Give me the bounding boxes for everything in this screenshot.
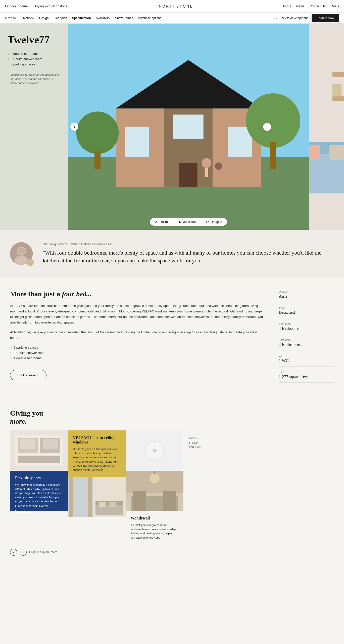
section-title-italic: four bed... [62, 290, 91, 298]
wondrwall-title: Wondrwall [131, 516, 178, 520]
sub-nav: Move to: Overview Design Floor plan Spec… [0, 13, 344, 24]
hero-main-image: ‹ › ⟳ 360 Tour | ▶ Video Tour | 1 / 8 im… [68, 24, 309, 230]
svg-rect-15 [205, 168, 208, 177]
giving-title: Giving you more. [10, 409, 334, 425]
nav-availability[interactable]: Availability [96, 16, 110, 20]
svg-rect-46 [88, 477, 92, 517]
quote-attribution: Our design director, Richard O'Brien des… [43, 243, 334, 246]
find-home-link[interactable]: Find your home [5, 4, 28, 8]
enquire-button[interactable]: Enquire Now [312, 14, 339, 22]
cards-prev-button[interactable]: ‹ [10, 549, 17, 556]
giving-section: Giving you more. Flexible spaces We know [0, 399, 344, 568]
flexible-spaces-card: Flexible spaces We know that everybody's… [10, 471, 68, 511]
feature-bedrooms-2: 4 double bedrooms [10, 356, 264, 360]
brand-logo: NORTHSTONE [159, 4, 193, 8]
hero-prev-button[interactable]: ‹ [70, 123, 78, 131]
tour-divider: | [174, 220, 175, 224]
spec-type-value: Detached [279, 310, 334, 315]
hero-section: Twelve77 4 double bedrooms En-suite show… [0, 24, 344, 230]
spec-size-label: Size [279, 371, 334, 374]
svg-point-34 [18, 248, 25, 255]
hero-next-button[interactable]: › [263, 123, 271, 131]
nav-floorplan[interactable]: Floor plan [54, 16, 67, 20]
wondrwall-text: An intelligent integrated home assistant… [131, 523, 178, 540]
tour-360-label: 360 Tour [159, 220, 170, 224]
spec-size-value: 1,277 square feet [279, 374, 334, 379]
hero-note: Images are for illustrative purposes and… [8, 73, 60, 85]
svg-point-16 [215, 163, 222, 170]
spec-wc-label: WC [279, 354, 334, 357]
top-nav-right: About News Contact Us Reels [283, 4, 339, 8]
about-link[interactable]: About [283, 4, 291, 8]
side-img-svg [309, 24, 344, 230]
quote-text: "With four double bedrooms, there's plen… [43, 249, 334, 265]
spec-bathroom-value: 2 Bathrooms [279, 342, 334, 347]
spec-bedrooms-value: 4 Bedrooms [279, 326, 334, 331]
tour-360[interactable]: ⟳ 360 Tour [155, 220, 170, 224]
cards-container: Flexible spaces We know that everybody's… [10, 430, 334, 545]
quote-section: ❝ Our design director, Richard O'Brien d… [0, 230, 344, 277]
svg-rect-39 [18, 456, 60, 463]
nav-purchase[interactable]: Purchase options [138, 16, 161, 20]
nav-showhomes[interactable]: Show Homes [115, 16, 133, 20]
velfac-yellow-card: VELFAC floor-to-ceiling windows Our trip… [68, 430, 126, 477]
spec-type: Type Detached [279, 306, 334, 318]
nav-design[interactable]: Design [39, 16, 48, 20]
svg-point-14 [202, 158, 212, 168]
svg-rect-17 [217, 170, 220, 177]
sub-nav-right: ← Back to development Enquire Now [276, 14, 339, 22]
back-to-dev-link[interactable]: ← Back to development [276, 16, 308, 20]
quote-badge: ❝ [27, 259, 34, 266]
card-velfac: VELFAC floor-to-ceiling windows Our trip… [68, 430, 126, 545]
video-tour[interactable]: ▶ Video Tour [179, 220, 196, 224]
feature-parking-2: 2 parking spaces [10, 346, 264, 349]
card-lootility: Loot... A unique toilet & ur... [183, 430, 209, 545]
feature-ensuite: En-suite shower room [8, 57, 60, 61]
top-nav-left: Find your home Buying with Northstone ▾ [5, 4, 70, 8]
buying-with-menu[interactable]: Buying with Northstone ▾ [34, 4, 70, 8]
spec-panel: Location Airie Type Detached Bedrooms 4 … [279, 290, 334, 387]
buying-with-link[interactable]: Buying with Northstone [34, 4, 67, 8]
svg-rect-9 [179, 163, 197, 187]
section-title: More than just a four bed... [10, 290, 264, 298]
spec-bathroom: Bathroom 2 Bathrooms [279, 338, 334, 350]
svg-rect-25 [332, 72, 344, 77]
sub-nav-links: Move to: Overview Design Floor plan Spec… [5, 16, 161, 20]
news-link[interactable]: News [296, 4, 305, 8]
svg-rect-49 [99, 502, 106, 507]
quote-avatar-container: ❝ [10, 242, 33, 265]
nav-specification[interactable]: Specification [72, 16, 91, 20]
flexible-spaces-link[interactable]: Find out more [15, 510, 63, 513]
book-viewing-button[interactable]: Book a viewing [10, 370, 46, 380]
cards-next-button[interactable]: › [20, 549, 27, 556]
main-left: More than just a four bed... At 1,277 sq… [10, 290, 264, 387]
wondrwall-text-card: Wondrwall An intelligent integrated home… [126, 511, 183, 545]
wondrwall-room-svg [126, 471, 183, 511]
svg-rect-62 [163, 491, 176, 511]
spec-wc: WC 1 WC [279, 354, 334, 367]
section-title-text: More than just a [10, 290, 60, 298]
reels-link[interactable]: Reels [331, 4, 339, 8]
hero-side-image [309, 24, 344, 230]
house-svg [68, 24, 309, 230]
svg-point-58 [150, 473, 160, 483]
contact-link[interactable]: Contact Us [309, 4, 325, 8]
svg-rect-40 [20, 439, 35, 449]
body-text-1: At 1,277 square feet, this four-bedroom … [10, 303, 264, 325]
svg-rect-24 [329, 145, 344, 160]
velfac-text: Our triple glazed full-length windows of… [73, 447, 121, 472]
hero-left: Twelve77 4 double bedrooms En-suite show… [0, 24, 68, 230]
hero-tour-bar: ⟳ 360 Tour | ▶ Video Tour | 1 / 8 images [150, 218, 227, 226]
wondrwall-img-svg [126, 430, 183, 471]
hero-images: ‹ › ⟳ 360 Tour | ▶ Video Tour | 1 / 8 im… [68, 24, 344, 230]
flexible-spaces-image [10, 430, 68, 471]
svg-rect-50 [109, 502, 116, 507]
giving-title-container: Giving you more. [10, 409, 334, 425]
spec-bedrooms: Bedrooms 4 Bedrooms [279, 322, 334, 334]
image-count-divider: | [201, 220, 202, 224]
velfac-title: VELFAC floor-to-ceiling windows [73, 435, 121, 445]
drag-label: Drag to explore more [29, 550, 58, 554]
lootility-text: A unique toilet & ur... [188, 441, 204, 449]
nav-overview[interactable]: Overview [22, 16, 34, 20]
video-tour-label: ▶ Video Tour [179, 220, 196, 224]
